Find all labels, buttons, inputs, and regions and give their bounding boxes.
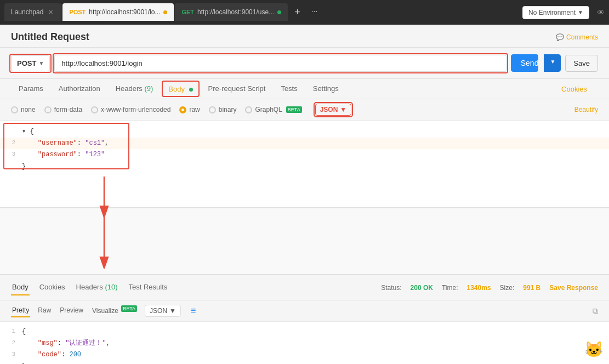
resp-value-code: 200 <box>69 351 81 359</box>
code-line-4: } <box>0 161 609 173</box>
headers-badge: (9) <box>144 84 153 93</box>
fmt-tab-pretty[interactable]: Pretty <box>11 304 30 317</box>
resp-tab-headers[interactable]: Headers (10) <box>75 280 119 295</box>
response-format-selector[interactable]: JSON ▼ <box>145 305 181 317</box>
response-body-viewer: 1 { 2 "msg": "认证通过！", 3 "code": 200 4 } <box>0 322 609 364</box>
save-button[interactable]: Save <box>565 55 598 72</box>
radio-urlencoded-label: x-www-form-urlencoded <box>101 106 170 113</box>
visualize-label: Visualize <box>92 307 118 315</box>
radio-binary[interactable]: binary <box>209 106 237 113</box>
copy-icon[interactable]: ⧉ <box>593 306 598 316</box>
tab-row: Launchpad ✕ POST http://localhost:9001/l… <box>4 3 519 21</box>
code-value-username: "cs1" <box>85 139 105 147</box>
tab-settings[interactable]: Settings <box>305 79 346 99</box>
response-header: Body Cookies Headers (10) Test Results S… <box>0 274 609 300</box>
send-label: Send <box>521 59 539 67</box>
resp-tab-cookies[interactable]: Cookies <box>38 280 66 295</box>
method-label: POST <box>17 59 36 67</box>
comments-label: Comments <box>566 33 598 41</box>
chevron-down-icon: ▼ <box>578 9 583 15</box>
code-line-1: ▾ { <box>0 126 609 138</box>
tab-authorization[interactable]: Authorization <box>51 79 108 99</box>
beautify-button[interactable]: Beautify <box>574 106 598 113</box>
tab-get-user[interactable]: GET http://localhost:9001/use... <box>175 3 288 21</box>
request-header: Untitled Request 💬 Comments <box>0 25 609 48</box>
tab-tests[interactable]: Tests <box>273 79 305 99</box>
character-icon: 🐱 <box>584 340 604 359</box>
size-label: Size: <box>500 284 515 292</box>
top-bar: Launchpad ✕ POST http://localhost:9001/l… <box>0 0 609 25</box>
status-code: 200 OK <box>411 284 433 292</box>
time-label: Time: <box>442 284 458 292</box>
fmt-tab-visualize[interactable]: Visualize BETA <box>91 304 138 318</box>
cookies-tab[interactable]: Cookies <box>561 85 587 93</box>
method-chevron-icon: ▼ <box>38 60 44 66</box>
response-size: 991 B <box>523 284 540 292</box>
resp-red-arrow <box>88 174 132 218</box>
resp-headers-badge: (10) <box>105 283 117 291</box>
resp-headers-label: Headers <box>76 283 103 291</box>
send-button[interactable]: Send <box>511 54 539 72</box>
body-label: Body <box>168 85 185 93</box>
tab-get-method: GET <box>181 9 194 15</box>
graphql-beta-badge: BETA <box>286 106 302 113</box>
send-chevron-icon[interactable]: ▼ <box>544 54 561 72</box>
env-row: No Environment ▼ 👁 <box>522 6 605 19</box>
fmt-tab-raw[interactable]: Raw <box>37 304 52 317</box>
tab-post-method: POST <box>69 9 86 15</box>
response-format-bar: Pretty Raw Preview Visualize BETA JSON ▼… <box>0 300 609 322</box>
json-label: JSON <box>320 106 338 113</box>
tab-launchpad-close[interactable]: ✕ <box>47 8 55 16</box>
tab-body[interactable]: Body <box>163 82 198 96</box>
url-bar: POST ▼ http://localhost:9001/login Send … <box>0 48 609 79</box>
request-tabs: Params Authorization Headers (9) Body Pr… <box>0 79 609 99</box>
resp-json-label: JSON <box>150 307 167 315</box>
add-tab-button[interactable]: + <box>289 3 306 21</box>
radio-urlencoded[interactable]: x-www-form-urlencoded <box>91 106 170 113</box>
tab-pre-request[interactable]: Pre-request Script <box>201 79 274 99</box>
comments-button[interactable]: 💬 Comments <box>556 33 598 41</box>
eye-icon[interactable]: 👁 <box>597 8 605 17</box>
more-tabs-button[interactable]: ··· <box>307 3 322 21</box>
url-input[interactable]: http://localhost:9001/login <box>54 55 506 72</box>
radio-raw[interactable]: raw <box>179 106 200 113</box>
arrow-area <box>0 208 609 274</box>
radio-none[interactable]: none <box>11 106 36 113</box>
comment-icon: 💬 <box>556 33 564 41</box>
visualize-beta-badge: BETA <box>121 305 137 312</box>
radio-graphql-circle <box>245 106 252 113</box>
radio-graphql[interactable]: GraphQL BETA <box>245 106 301 113</box>
save-response-button[interactable]: Save Response <box>549 284 598 292</box>
tab-headers[interactable]: Headers (9) <box>108 79 161 99</box>
resp-value-msg: "认证通过！" <box>65 339 106 347</box>
radio-urlencoded-circle <box>91 106 98 113</box>
response-time: 1340ms <box>467 284 491 292</box>
radio-binary-circle <box>209 106 216 113</box>
resp-line-2: 2 "msg": "认证通过！", <box>0 338 609 349</box>
wrap-lines-icon[interactable]: ≡ <box>191 306 196 316</box>
radio-form-data-circle <box>44 106 52 113</box>
radio-raw-circle <box>179 106 186 113</box>
radio-none-circle <box>11 106 18 113</box>
resp-key-msg: "msg" <box>38 339 58 347</box>
resp-json-chevron-icon: ▼ <box>169 307 176 315</box>
radio-form-data[interactable]: form-data <box>44 106 82 113</box>
environment-selector[interactable]: No Environment ▼ <box>522 6 589 19</box>
resp-line-3: 3 "code": 200 <box>0 349 609 361</box>
tab-launchpad[interactable]: Launchpad ✕ <box>4 3 61 21</box>
json-chevron-icon: ▼ <box>340 106 346 113</box>
json-format-selector[interactable]: JSON ▼ <box>315 104 352 116</box>
tab-launchpad-label: Launchpad <box>11 8 43 16</box>
tab-params[interactable]: Params <box>11 79 51 99</box>
code-key-password: "password" <box>38 151 77 158</box>
resp-tab-test-results[interactable]: Test Results <box>128 280 169 295</box>
radio-raw-label: raw <box>189 106 200 113</box>
tab-post-login[interactable]: POST http://localhost:9001/lo... <box>62 3 174 21</box>
resp-key-code: "code" <box>38 351 61 359</box>
resp-line-1: 1 { <box>0 326 609 338</box>
code-line-3: 3 "password": "123" <box>0 149 609 161</box>
tab-post-dot <box>163 10 167 14</box>
resp-tab-body[interactable]: Body <box>11 280 30 295</box>
method-button[interactable]: POST ▼ <box>11 55 50 71</box>
fmt-tab-preview[interactable]: Preview <box>59 304 84 317</box>
